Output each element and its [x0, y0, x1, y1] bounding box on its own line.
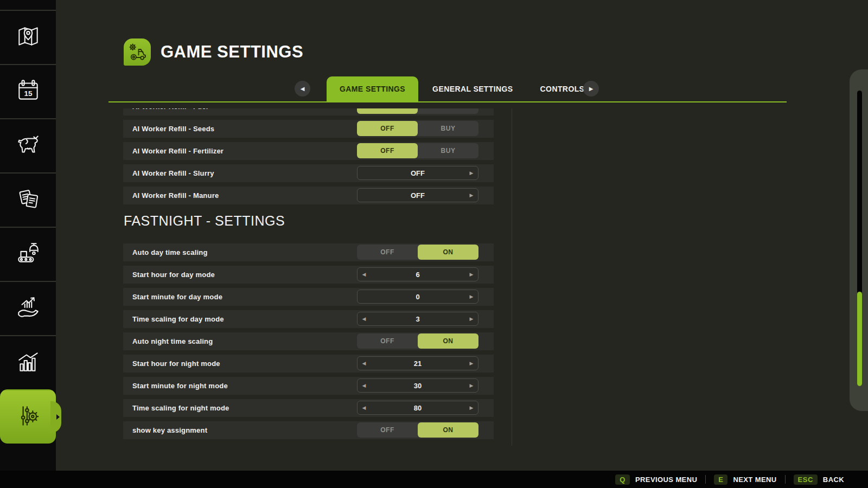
setting-control: OFFBUY: [357, 121, 478, 136]
sidebar-item-calendar[interactable]: 15: [0, 64, 56, 118]
stepper-value: 0: [358, 293, 478, 301]
settings-row: Start minute for day mode◀0▶: [123, 288, 494, 306]
stepper-left-arrow-icon[interactable]: ◀: [359, 357, 369, 370]
animals-icon: [15, 131, 42, 160]
setting-control: OFFBUY: [357, 143, 478, 158]
settings-row: Start hour for night mode◀21▶: [123, 355, 494, 373]
value-stepper[interactable]: ◀OFF▶: [357, 188, 478, 202]
game-settings-icon: [124, 38, 151, 66]
production-icon: [15, 240, 42, 269]
stepper-right-arrow-icon[interactable]: ▶: [466, 166, 477, 179]
key-badge-esc: ESC: [794, 474, 818, 485]
toggle-group: OFFON: [357, 333, 478, 349]
toggle-option-off[interactable]: OFF: [357, 143, 418, 158]
hint-label: PREVIOUS MENU: [635, 476, 697, 484]
scrollbar-thumb[interactable]: [857, 292, 862, 386]
value-stepper[interactable]: ◀30▶: [357, 378, 478, 393]
tab-game-settings[interactable]: GAME SETTINGS: [327, 76, 418, 101]
sidebar-item-settings[interactable]: [0, 389, 56, 444]
page-title: GAME SETTINGS: [161, 42, 303, 62]
toggle-option-buy[interactable]: BUY: [418, 121, 478, 136]
calendar-icon: 15: [15, 77, 42, 106]
game-settings-screen: 15 GAME SETTINGS ◀ GAME SETTINGSGENERAL …: [0, 0, 868, 488]
toggle-option-buy[interactable]: BUY: [418, 108, 478, 114]
stepper-right-arrow-icon[interactable]: ▶: [466, 357, 477, 370]
settings-row: AI Worker Refill - Manure◀OFF▶: [123, 187, 494, 204]
tab-general-settings[interactable]: GENERAL SETTINGS: [419, 76, 526, 101]
setting-control: ◀3▶: [357, 311, 478, 326]
stepper-right-arrow-icon[interactable]: ▶: [466, 290, 477, 303]
setting-control: ◀30▶: [357, 378, 478, 393]
sidebar-item-statistics[interactable]: [0, 335, 56, 389]
stepper-value: OFF: [358, 191, 478, 200]
hint-back[interactable]: ESCBACK: [794, 474, 844, 485]
toggle-option-off[interactable]: OFF: [357, 108, 418, 114]
setting-control: OFFON: [357, 333, 478, 349]
stepper-left-arrow-icon[interactable]: ◀: [359, 401, 369, 414]
footer-key-hints: QPREVIOUS MENUENEXT MENUESCBACK: [0, 471, 868, 488]
value-stepper[interactable]: ◀0▶: [357, 290, 478, 304]
sidebar-item-animals[interactable]: [0, 118, 56, 172]
value-stepper[interactable]: ◀OFF▶: [357, 166, 478, 180]
stepper-value: 6: [358, 271, 478, 279]
toggle-group: OFFON: [357, 422, 478, 438]
hint-next-menu[interactable]: ENEXT MENU: [714, 474, 776, 485]
svg-text:15: 15: [24, 89, 33, 98]
settings-row: Auto night time scalingOFFON: [123, 332, 494, 350]
setting-control: ◀0▶: [357, 289, 478, 304]
tabs-next-button[interactable]: ▶: [583, 81, 599, 97]
stepper-left-arrow-icon[interactable]: ◀: [359, 312, 369, 325]
value-stepper[interactable]: ◀3▶: [357, 312, 478, 326]
scrollbar-track[interactable]: [857, 91, 862, 386]
stepper-right-arrow-icon[interactable]: ▶: [466, 189, 477, 202]
key-badge-q: Q: [615, 474, 630, 485]
setting-control: OFFON: [357, 422, 478, 438]
toggle-option-on[interactable]: ON: [418, 245, 478, 260]
sidebar-item-finances[interactable]: [0, 281, 56, 335]
sidebar-item-map[interactable]: [0, 10, 56, 64]
setting-control: OFFON: [357, 245, 478, 260]
stepper-left-arrow-icon[interactable]: ◀: [359, 379, 369, 392]
value-stepper[interactable]: ◀6▶: [357, 267, 478, 281]
value-stepper[interactable]: ◀80▶: [357, 401, 478, 415]
footer-separator: [785, 475, 786, 484]
stepper-value: 3: [358, 315, 478, 323]
toggle-option-buy[interactable]: BUY: [418, 143, 478, 158]
stepper-value: 30: [358, 382, 478, 390]
settings-row: AI Worker Refill - FertilizerOFFBUY: [123, 142, 494, 160]
toggle-option-on[interactable]: ON: [418, 333, 478, 349]
sidebar: 15: [0, 0, 56, 471]
setting-control: ◀6▶: [357, 267, 478, 282]
settings-icon: [15, 402, 42, 432]
stepper-value: OFF: [358, 169, 478, 177]
toggle-option-off[interactable]: OFF: [357, 333, 418, 349]
stepper-right-arrow-icon[interactable]: ▶: [466, 312, 477, 325]
settings-list: AI Worker Refill - FuelOFFBUYAI Worker R…: [123, 108, 494, 446]
value-stepper[interactable]: ◀21▶: [357, 356, 478, 370]
toggle-group: OFFON: [357, 245, 478, 260]
sidebar-item-contracts[interactable]: [0, 172, 56, 227]
tabs-prev-button[interactable]: ◀: [295, 81, 310, 97]
toggle-group: OFFBUY: [357, 108, 478, 114]
settings-row: Time scaling for day mode◀3▶: [123, 310, 494, 328]
setting-control: ◀21▶: [357, 356, 478, 371]
setting-control: ◀OFF▶: [357, 165, 478, 181]
hint-previous-menu[interactable]: QPREVIOUS MENU: [615, 474, 697, 485]
hint-label: NEXT MENU: [733, 476, 776, 484]
stepper-right-arrow-icon[interactable]: ▶: [466, 379, 477, 392]
stepper-right-arrow-icon[interactable]: ▶: [466, 401, 477, 414]
hint-label: BACK: [823, 476, 844, 484]
toggle-option-off[interactable]: OFF: [357, 121, 418, 136]
settings-row: Time scaling for night mode◀80▶: [123, 399, 494, 417]
stepper-right-arrow-icon[interactable]: ▶: [466, 268, 477, 281]
finances-icon: [15, 294, 42, 323]
sidebar-item-production[interactable]: [0, 227, 56, 281]
section-title: FASTNIGHT - SETTINGS: [124, 213, 494, 229]
toggle-option-off[interactable]: OFF: [357, 245, 418, 260]
toggle-option-on[interactable]: ON: [418, 422, 478, 438]
settings-row: show key assignmentOFFON: [123, 421, 494, 439]
stepper-left-arrow-icon[interactable]: ◀: [359, 268, 369, 281]
toggle-group: OFFBUY: [357, 121, 478, 136]
toggle-option-off[interactable]: OFF: [357, 422, 418, 438]
stepper-value: 80: [358, 404, 478, 412]
